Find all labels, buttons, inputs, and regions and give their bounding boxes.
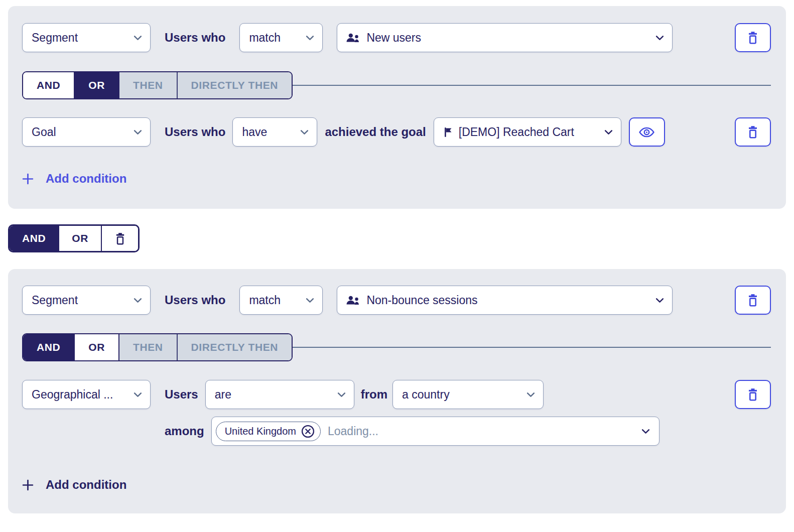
condition-row-goal: Goal Users who have achieved the goal [D…: [22, 117, 771, 147]
trash-icon: [747, 31, 759, 44]
chevron-down-icon: [526, 392, 535, 397]
location-type-select[interactable]: a country: [392, 380, 544, 409]
chevron-down-icon: [300, 129, 309, 135]
match-operator-select[interactable]: match: [239, 286, 323, 315]
logic-option-and[interactable]: AND: [23, 72, 74, 98]
condition-row-geographical: Geographical ... Users are from a countr…: [22, 380, 771, 409]
logic-toggle-row: AND OR THEN DIRECTLY THEN: [22, 71, 771, 99]
remove-country-icon[interactable]: [301, 425, 315, 438]
condition-group-1: Segment Users who match New users AND OR…: [8, 6, 786, 209]
eye-icon: [639, 127, 654, 138]
chevron-down-icon: [604, 129, 613, 135]
loading-text: Loading...: [328, 425, 378, 438]
have-operator-select[interactable]: have: [232, 117, 317, 147]
operator-value: are: [215, 388, 231, 402]
logic-option-and[interactable]: AND: [23, 334, 74, 360]
add-condition-label: Add condition: [46, 478, 126, 492]
chevron-down-icon: [134, 129, 142, 135]
preview-goal-button[interactable]: [629, 117, 665, 147]
plus-icon: [22, 173, 34, 185]
segment-value-select[interactable]: New users: [337, 23, 673, 52]
condition-row-segment: Segment Users who match Non-bounce sessi…: [22, 286, 771, 315]
operator-value: have: [242, 125, 267, 139]
logic-toggle-row: AND OR THEN DIRECTLY THEN: [22, 333, 771, 361]
users-group-icon: [346, 296, 360, 305]
delete-group-button[interactable]: [101, 226, 138, 251]
operator-value: match: [249, 31, 281, 45]
trash-icon: [747, 125, 759, 139]
joiner-option-or[interactable]: OR: [58, 226, 101, 251]
divider-line: [293, 347, 771, 348]
condition-type-value: Geographical ...: [32, 388, 113, 402]
delete-condition-button[interactable]: [735, 286, 771, 315]
logic-option-or[interactable]: OR: [74, 72, 118, 98]
delete-condition-button[interactable]: [735, 380, 771, 409]
connector-label: from: [361, 387, 387, 402]
segment-value: New users: [366, 31, 421, 45]
users-group-icon: [346, 33, 360, 43]
group-joiner-toggle: AND OR: [8, 224, 140, 252]
logic-option-then[interactable]: THEN: [118, 72, 177, 98]
selected-country-chip: United Kingdom: [216, 422, 321, 441]
chevron-down-icon: [306, 298, 314, 303]
logic-option-directly-then[interactable]: DIRECTLY THEN: [177, 72, 292, 98]
divider-line: [293, 85, 771, 86]
condition-type-value: Goal: [32, 125, 56, 139]
segment-value: Non-bounce sessions: [366, 294, 477, 307]
segment-value-select[interactable]: Non-bounce sessions: [337, 286, 673, 315]
location-type-value: a country: [402, 388, 450, 402]
subject-label: Users who: [165, 125, 225, 139]
trash-icon: [747, 294, 759, 307]
trash-icon: [114, 232, 126, 245]
joiner-option-and[interactable]: AND: [10, 226, 58, 251]
condition-type-select[interactable]: Goal: [22, 117, 151, 147]
plus-icon: [22, 479, 34, 491]
subject-label: Users who: [165, 293, 225, 307]
condition-row-segment: Segment Users who match New users: [22, 23, 771, 52]
chevron-down-icon: [134, 298, 142, 303]
chevron-down-icon: [306, 35, 314, 41]
add-condition-button[interactable]: Add condition: [22, 172, 126, 186]
logic-option-or[interactable]: OR: [74, 334, 118, 360]
condition-type-value: Segment: [32, 31, 78, 45]
condition-type-select[interactable]: Segment: [22, 23, 151, 52]
chevron-down-icon: [655, 35, 664, 41]
chevron-down-icon: [134, 392, 142, 397]
chevron-down-icon: [337, 392, 346, 397]
add-condition-button[interactable]: Add condition: [22, 478, 126, 492]
connector-label: achieved the goal: [325, 125, 426, 139]
chevron-down-icon: [641, 429, 650, 434]
condition-type-select[interactable]: Geographical ...: [22, 380, 151, 409]
country-multiselect[interactable]: United Kingdom Loading...: [211, 417, 659, 446]
operator-value: match: [249, 294, 281, 307]
are-operator-select[interactable]: are: [205, 380, 354, 409]
delete-condition-button[interactable]: [735, 23, 771, 52]
condition-group-2: Segment Users who match Non-bounce sessi…: [8, 269, 786, 513]
delete-condition-button[interactable]: [735, 117, 771, 147]
logic-operator-toggle: AND OR THEN DIRECTLY THEN: [22, 71, 293, 99]
subject-label: Users who: [165, 31, 225, 45]
logic-option-directly-then[interactable]: DIRECTLY THEN: [177, 334, 292, 360]
goal-value-select[interactable]: [DEMO] Reached Cart: [434, 117, 621, 147]
subject-label: Users: [165, 387, 198, 402]
logic-option-then[interactable]: THEN: [118, 334, 177, 360]
condition-type-value: Segment: [32, 294, 78, 307]
flag-icon: [443, 127, 452, 138]
trash-icon: [747, 388, 759, 401]
condition-type-select[interactable]: Segment: [22, 286, 151, 315]
logic-operator-toggle: AND OR THEN DIRECTLY THEN: [22, 333, 293, 361]
chevron-down-icon: [655, 298, 664, 303]
chip-label: United Kingdom: [225, 426, 296, 437]
match-operator-select[interactable]: match: [239, 23, 323, 52]
goal-value: [DEMO] Reached Cart: [459, 125, 574, 139]
chevron-down-icon: [134, 35, 142, 41]
among-row: among United Kingdom Loading...: [22, 417, 771, 446]
add-condition-label: Add condition: [46, 172, 126, 186]
among-label: among: [165, 424, 204, 438]
